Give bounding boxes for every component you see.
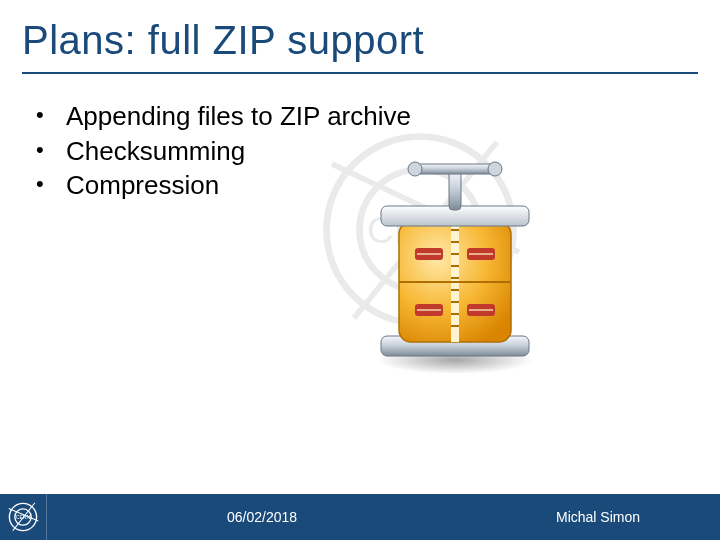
cern-logo-icon: CERN [0,494,47,540]
zip-clamp-illustration [355,160,555,380]
svg-point-29 [408,162,422,176]
footer: CERN 06/02/2018 Michal Simon [0,494,720,540]
svg-rect-27 [449,170,461,210]
footer-author: Michal Simon [556,509,640,525]
slide: Plans: full ZIP support CERN Appending f… [0,0,720,540]
slide-title: Plans: full ZIP support [22,18,424,63]
title-underline [22,72,698,74]
svg-text:CERN: CERN [16,514,31,520]
bullet-item: Appending files to ZIP archive [22,100,698,133]
svg-point-30 [488,162,502,176]
footer-date: 06/02/2018 [227,509,297,525]
svg-rect-28 [415,164,495,174]
